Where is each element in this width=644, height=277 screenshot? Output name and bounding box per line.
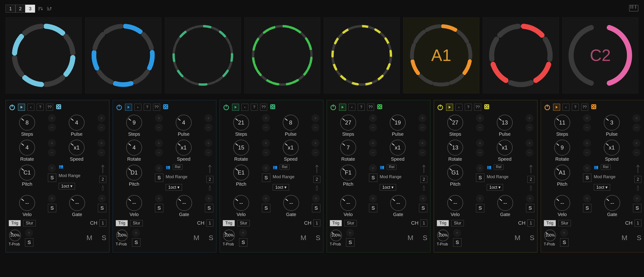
sort-asc-button[interactable] xyxy=(45,5,53,12)
random-all-button[interactable]: ?? xyxy=(474,104,481,111)
pitch-knob[interactable]: D1 xyxy=(126,164,142,181)
decrement-button[interactable]: − xyxy=(155,124,163,131)
increment-button[interactable]: + xyxy=(476,114,484,122)
steps-knob[interactable]: 11 xyxy=(554,114,571,131)
increment-button[interactable]: + xyxy=(369,195,377,203)
increment-button[interactable]: + xyxy=(155,195,163,203)
prev-button[interactable]: ‹ xyxy=(456,104,462,111)
increment-button[interactable]: + xyxy=(633,195,641,203)
increment-button[interactable]: + xyxy=(418,139,426,147)
random-one-button[interactable]: ? xyxy=(251,104,258,111)
rotate-knob[interactable]: 13 xyxy=(447,139,464,156)
random-one-button[interactable]: ? xyxy=(144,104,151,111)
solo-button[interactable]: S xyxy=(530,234,534,242)
ring-display-2[interactable] xyxy=(85,17,161,93)
mute-button[interactable]: M xyxy=(194,234,199,242)
midi-channel[interactable]: 1 xyxy=(420,220,428,227)
increment-button[interactable]: + xyxy=(369,114,377,122)
s-toggle[interactable]: S xyxy=(25,238,34,247)
prev-button[interactable]: ‹ xyxy=(242,104,248,111)
dice-icon[interactable] xyxy=(484,103,490,111)
midi-channel[interactable]: 1 xyxy=(99,220,106,227)
speed-knob[interactable]: x1 xyxy=(603,139,620,156)
midi-channel[interactable]: 1 xyxy=(313,220,320,227)
increment-button[interactable]: + xyxy=(262,164,270,172)
velo-knob[interactable]: -- xyxy=(447,195,464,211)
increment-button[interactable]: + xyxy=(98,139,106,147)
solo-button[interactable]: S xyxy=(423,234,428,242)
decrement-button[interactable]: − xyxy=(98,149,106,157)
velo-knob[interactable]: -- xyxy=(340,195,356,211)
slur-toggle[interactable]: Slur xyxy=(237,220,250,226)
mod-range-select[interactable]: 1oct ▾ xyxy=(594,184,610,191)
solo-button[interactable]: S xyxy=(209,234,213,242)
mod-range-amount[interactable]: 2 xyxy=(313,176,320,183)
increment-button[interactable]: + xyxy=(312,139,320,147)
power-button[interactable] xyxy=(116,104,123,111)
play-button[interactable] xyxy=(125,104,132,111)
pitch-knob[interactable]: E1 xyxy=(233,164,250,181)
s-toggle[interactable]: S xyxy=(132,238,140,247)
random-one-button[interactable]: ? xyxy=(572,104,579,111)
gate-knob[interactable]: -- xyxy=(604,195,621,211)
random-one-button[interactable]: ? xyxy=(465,104,472,111)
tprob-knob[interactable]: 100% xyxy=(330,229,342,242)
gate-knob[interactable]: -- xyxy=(176,195,192,211)
increment-button[interactable]: + xyxy=(132,229,140,237)
increment-button[interactable]: + xyxy=(48,139,56,147)
decrement-button[interactable]: − xyxy=(312,124,320,131)
speed-knob[interactable]: x1 xyxy=(496,139,513,156)
rel-toggle[interactable]: Rel xyxy=(387,164,396,170)
velo-knob[interactable]: -- xyxy=(233,195,250,211)
play-button[interactable] xyxy=(339,104,346,111)
increment-button[interactable]: + xyxy=(48,164,56,172)
s-toggle[interactable]: S xyxy=(583,204,592,212)
sort-desc-button[interactable] xyxy=(36,5,44,12)
increment-button[interactable]: + xyxy=(312,195,320,203)
random-all-button[interactable]: ?? xyxy=(153,104,160,111)
dice-icon[interactable] xyxy=(162,103,169,111)
velo-knob[interactable]: -- xyxy=(126,195,142,211)
decrement-button[interactable]: − xyxy=(48,124,56,131)
ring-display-1[interactable] xyxy=(6,17,82,93)
decrement-button[interactable]: − xyxy=(312,149,320,157)
increment-button[interactable]: + xyxy=(205,195,213,203)
increment-button[interactable]: + xyxy=(48,114,56,122)
play-button[interactable] xyxy=(446,104,453,111)
prev-button[interactable]: ‹ xyxy=(134,104,141,111)
speed-knob[interactable]: x1 xyxy=(389,139,406,156)
rotate-knob[interactable]: 7 xyxy=(340,139,356,156)
rel-toggle[interactable]: Rel xyxy=(173,164,182,170)
play-button[interactable] xyxy=(18,104,25,111)
power-button[interactable] xyxy=(9,104,16,111)
steps-knob[interactable]: 8 xyxy=(19,114,36,131)
increment-button[interactable]: + xyxy=(262,195,270,203)
rotate-knob[interactable]: 4 xyxy=(126,139,142,156)
decrement-button[interactable]: − xyxy=(98,124,106,131)
mod-range-select[interactable]: 1oct ▾ xyxy=(487,184,503,191)
increment-button[interactable]: + xyxy=(583,195,591,203)
increment-button[interactable]: + xyxy=(583,164,591,172)
increment-button[interactable]: + xyxy=(312,114,320,122)
increment-button[interactable]: + xyxy=(369,164,377,172)
gate-knob[interactable]: -- xyxy=(390,195,406,211)
decrement-button[interactable]: − xyxy=(418,124,426,131)
steps-knob[interactable]: 27 xyxy=(447,114,464,131)
trig-toggle[interactable]: Trig xyxy=(223,220,235,226)
s-toggle[interactable]: S xyxy=(583,174,592,182)
page-button-2[interactable]: 2 xyxy=(16,5,25,12)
decrement-button[interactable]: − xyxy=(583,149,591,157)
mod-range-select[interactable]: 1oct ▾ xyxy=(59,183,75,189)
decrement-button[interactable]: − xyxy=(369,124,377,131)
increment-button[interactable]: + xyxy=(476,139,484,147)
increment-button[interactable]: + xyxy=(583,114,591,122)
steps-knob[interactable]: 27 xyxy=(340,114,356,131)
play-button[interactable] xyxy=(553,104,560,111)
mod-range-amount[interactable]: 2 xyxy=(206,176,213,183)
slur-toggle[interactable]: Slur xyxy=(558,220,571,226)
rel-toggle[interactable]: Rel xyxy=(494,164,504,170)
increment-button[interactable]: + xyxy=(526,139,534,147)
increment-button[interactable]: + xyxy=(369,139,377,147)
trig-toggle[interactable]: Trig xyxy=(437,220,449,226)
increment-button[interactable]: + xyxy=(476,164,484,172)
